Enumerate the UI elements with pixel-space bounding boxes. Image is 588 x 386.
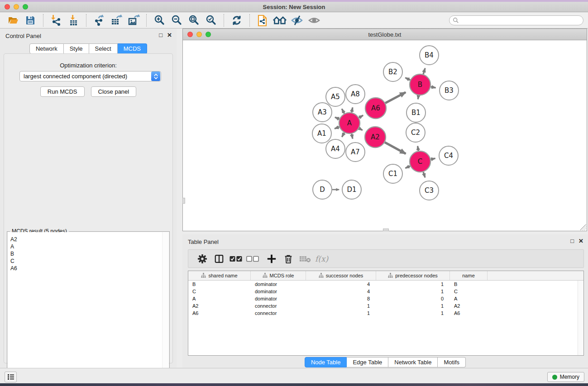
edge-B-B4[interactable] <box>423 68 425 74</box>
column-header-predecessor-nodes[interactable]: predecessor nodes <box>376 271 450 280</box>
table-cell[interactable]: 4 <box>306 288 376 295</box>
table-cell[interactable]: A2 <box>188 302 251 310</box>
edge-A-A7[interactable] <box>352 134 353 139</box>
table-row[interactable]: Adominator80A <box>188 295 583 302</box>
table-row[interactable]: A2connector11A2 <box>188 302 583 310</box>
column-header-name[interactable]: name <box>450 271 488 280</box>
tab-motifs[interactable]: Motifs <box>438 357 466 367</box>
main-titlebar[interactable]: Session: New Session <box>0 2 588 12</box>
table-cell[interactable]: A6 <box>450 310 488 317</box>
tab-network[interactable]: Network <box>29 43 64 54</box>
table-options-gear-icon[interactable] <box>196 252 209 266</box>
zoom-in-icon[interactable] <box>153 14 166 27</box>
table-cell[interactable]: 8 <box>306 295 376 302</box>
float-panel-icon[interactable]: □ <box>570 238 574 244</box>
edge-A-A8[interactable] <box>352 107 353 112</box>
table-cell[interactable]: A <box>450 295 488 302</box>
export-table-icon[interactable] <box>110 14 123 27</box>
network-resize-grip[interactable] <box>580 224 586 230</box>
table-cell[interactable]: dominator <box>251 295 306 302</box>
edge-C-C3[interactable] <box>423 172 425 177</box>
show-graphics-details-icon[interactable] <box>307 14 321 27</box>
table-row[interactable]: Bdominator41B <box>188 281 583 288</box>
table-cell[interactable]: A <box>188 295 251 302</box>
open-session-icon[interactable] <box>6 14 20 27</box>
mcds-result-item[interactable]: A6 <box>8 265 169 272</box>
table-cell[interactable]: connector <box>251 310 306 317</box>
network-file-icon[interactable] <box>256 14 269 27</box>
tab-select[interactable]: Select <box>89 43 118 54</box>
table-cell[interactable]: connector <box>251 302 306 310</box>
edge-C-C4[interactable] <box>431 158 435 159</box>
table-row[interactable]: Cdominator41C <box>188 288 583 295</box>
edge-A-A2[interactable] <box>359 128 363 130</box>
network-canvas[interactable]: AA1A2A3A4A5A6A7A8BB1B2B3B4CC1C2C3C4DD1 <box>183 41 587 231</box>
memory-button[interactable]: Memory <box>547 372 584 382</box>
table-cell[interactable]: 0 <box>376 295 450 302</box>
table-cell[interactable]: 1 <box>306 310 376 317</box>
table-cell[interactable]: C <box>188 288 251 295</box>
tab-node-table[interactable]: Node Table <box>305 357 347 367</box>
mcds-result-scrollbar[interactable] <box>162 232 169 384</box>
export-network-icon[interactable] <box>92 14 106 27</box>
table-cell[interactable]: 1 <box>376 302 450 310</box>
edge-A-A5[interactable] <box>342 109 344 114</box>
delete-column-icon[interactable] <box>282 252 295 266</box>
close-panel-icon[interactable]: ✕ <box>167 32 172 38</box>
mcds-result-list[interactable]: A2ABCA6 <box>8 232 169 384</box>
hide-graphics-details-icon[interactable] <box>290 14 304 27</box>
mcds-result-item[interactable]: A2 <box>8 236 169 243</box>
tab-network-table[interactable]: Network Table <box>388 357 438 367</box>
table-cell[interactable]: 1 <box>376 281 450 288</box>
home-icon[interactable] <box>273 14 287 27</box>
node-table[interactable]: shared nameMCDS rolesuccessor nodesprede… <box>188 271 584 356</box>
mcds-result-item[interactable]: B <box>8 250 169 257</box>
edge-A-A3[interactable] <box>335 117 339 119</box>
table-cell[interactable]: 4 <box>306 281 376 288</box>
mcds-result-item[interactable]: A <box>8 243 169 250</box>
table-cell[interactable]: dominator <box>251 288 306 295</box>
column-selector-icon[interactable] <box>212 252 226 266</box>
table-cell[interactable]: A2 <box>450 302 488 310</box>
zoom-fit-icon[interactable] <box>187 14 201 27</box>
select-all-checkboxes-icon[interactable] <box>229 252 243 266</box>
save-session-icon[interactable] <box>24 14 37 27</box>
run-mcds-button[interactable]: Run MCDS <box>40 86 85 97</box>
network-graph[interactable]: AA1A2A3A4A5A6A7A8BB1B2B3B4CC1C2C3C4DD1 <box>183 41 587 231</box>
zoom-selected-icon[interactable] <box>204 14 218 27</box>
table-cell[interactable]: B <box>450 281 488 288</box>
table-cell[interactable]: dominator <box>251 281 306 288</box>
close-panel-icon[interactable]: ✕ <box>578 238 583 244</box>
export-image-icon[interactable] <box>127 14 140 27</box>
delete-table-icon[interactable] <box>298 252 312 266</box>
edge-A6-B[interactable] <box>385 92 406 103</box>
mcds-result-item[interactable]: C <box>8 257 169 265</box>
criterion-dropdown[interactable]: largest connected component (directed) <box>19 71 161 81</box>
table-cell[interactable]: B <box>188 281 251 288</box>
column-header-successor-nodes[interactable]: successor nodes <box>306 271 376 280</box>
tab-mcds[interactable]: MCDS <box>118 43 147 54</box>
task-history-button[interactable] <box>5 372 17 382</box>
search-input[interactable] <box>459 16 583 24</box>
node-table-scrollbar[interactable] <box>578 281 583 355</box>
network-left-scroll-thumb[interactable] <box>182 198 185 204</box>
table-cell[interactable]: C <box>450 288 488 295</box>
edge-A-A4[interactable] <box>342 133 344 137</box>
search-field[interactable] <box>449 15 583 25</box>
edge-A-A6[interactable] <box>359 115 363 118</box>
deselect-all-checkboxes-icon[interactable] <box>246 252 259 266</box>
edge-C-C1[interactable] <box>405 166 410 168</box>
table-cell[interactable]: 1 <box>306 302 376 310</box>
import-table-icon[interactable] <box>67 14 80 27</box>
table-cell[interactable]: 1 <box>376 288 450 295</box>
tab-edge-table[interactable]: Edge Table <box>347 357 388 367</box>
table-cell[interactable]: 1 <box>376 310 450 317</box>
column-header-shared-name[interactable]: shared name <box>188 271 251 280</box>
column-header-mcds-role[interactable]: MCDS role <box>251 271 306 280</box>
network-bottom-scroll-thumb[interactable] <box>383 229 389 231</box>
edge-C-C2[interactable] <box>418 146 419 151</box>
table-cell[interactable]: A6 <box>188 310 251 317</box>
add-column-icon[interactable] <box>265 252 278 266</box>
refresh-icon[interactable] <box>230 14 244 27</box>
edge-B-B3[interactable] <box>431 87 436 88</box>
